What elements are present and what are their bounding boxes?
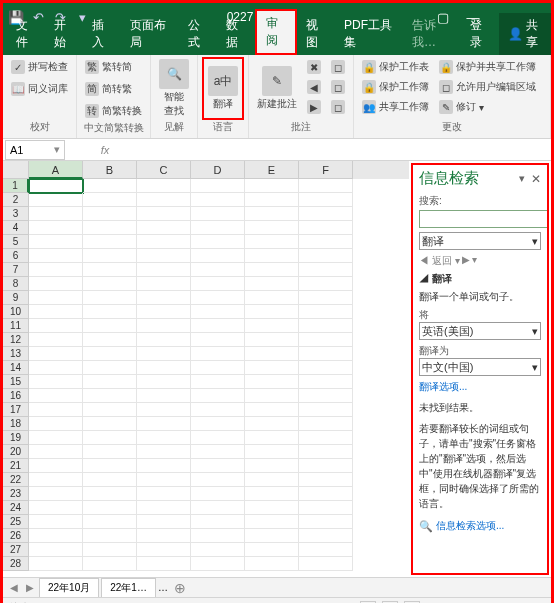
cell[interactable] (29, 291, 83, 305)
tab-login[interactable]: 登录 (461, 13, 499, 55)
cell[interactable] (299, 557, 353, 571)
sheet-nav-next[interactable]: ▶ (23, 582, 37, 593)
row-head[interactable]: 12 (3, 333, 29, 347)
cell[interactable] (245, 445, 299, 459)
cell[interactable] (245, 543, 299, 557)
row-head[interactable]: 14 (3, 361, 29, 375)
tab-tellme[interactable]: 告诉我… (403, 13, 461, 55)
cell[interactable] (191, 235, 245, 249)
protect-sheet-button[interactable]: 🔒保护工作表 (358, 57, 433, 77)
cell[interactable] (299, 473, 353, 487)
row-head[interactable]: 1 (3, 179, 29, 193)
cell[interactable] (191, 179, 245, 193)
cell[interactable] (83, 417, 137, 431)
cell[interactable] (245, 249, 299, 263)
select-all-corner[interactable] (3, 161, 29, 179)
cell[interactable] (191, 487, 245, 501)
cell[interactable] (137, 249, 191, 263)
cell[interactable] (29, 235, 83, 249)
cell[interactable] (137, 235, 191, 249)
fx-icon[interactable]: fx (95, 144, 115, 156)
forward-button[interactable]: ▶ ▾ (462, 254, 478, 268)
cell[interactable] (137, 557, 191, 571)
row-head[interactable]: 20 (3, 445, 29, 459)
cell[interactable] (137, 431, 191, 445)
cell[interactable] (245, 235, 299, 249)
cell[interactable] (137, 417, 191, 431)
cell[interactable] (83, 193, 137, 207)
next-comment-button[interactable]: ▶ (303, 97, 325, 117)
cell[interactable] (137, 473, 191, 487)
cell[interactable] (299, 389, 353, 403)
cell[interactable] (29, 529, 83, 543)
cell[interactable] (137, 291, 191, 305)
row-head[interactable]: 3 (3, 207, 29, 221)
row-head[interactable]: 16 (3, 389, 29, 403)
cell[interactable] (137, 207, 191, 221)
cell[interactable] (245, 473, 299, 487)
cell[interactable] (137, 347, 191, 361)
cell[interactable] (191, 193, 245, 207)
cell[interactable] (137, 529, 191, 543)
tab-insert[interactable]: 插入 (83, 13, 121, 55)
cell[interactable] (83, 529, 137, 543)
cell[interactable] (29, 417, 83, 431)
cell[interactable] (83, 333, 137, 347)
cell[interactable] (83, 277, 137, 291)
row-head[interactable]: 22 (3, 473, 29, 487)
cell[interactable] (245, 361, 299, 375)
cell[interactable] (29, 543, 83, 557)
cell[interactable] (245, 333, 299, 347)
research-options-link[interactable]: 信息检索选项... (436, 519, 504, 533)
cell[interactable] (245, 207, 299, 221)
row-head[interactable]: 28 (3, 557, 29, 571)
cell[interactable] (29, 193, 83, 207)
cell[interactable] (191, 459, 245, 473)
cell[interactable] (29, 501, 83, 515)
row-head[interactable]: 6 (3, 249, 29, 263)
tab-view[interactable]: 视图 (297, 13, 335, 55)
row-head[interactable]: 7 (3, 263, 29, 277)
cell[interactable] (191, 431, 245, 445)
tab-formulas[interactable]: 公式 (179, 13, 217, 55)
cell[interactable] (83, 319, 137, 333)
tab-pdf[interactable]: PDF工具集 (335, 13, 403, 55)
cell[interactable] (29, 277, 83, 291)
cell[interactable] (299, 333, 353, 347)
row-head[interactable]: 9 (3, 291, 29, 305)
cell[interactable] (245, 557, 299, 571)
cell[interactable] (137, 333, 191, 347)
cell[interactable] (299, 361, 353, 375)
cell[interactable] (83, 263, 137, 277)
cell[interactable] (245, 305, 299, 319)
show-ink-button[interactable]: ◻ (327, 97, 349, 117)
category-select[interactable]: 翻译▾ (419, 232, 541, 250)
new-comment-button[interactable]: ✎新建批注 (253, 57, 301, 120)
cell[interactable] (245, 375, 299, 389)
cell[interactable] (299, 403, 353, 417)
simp-to-trad-button[interactable]: 简简转繁 (81, 79, 146, 99)
cell[interactable] (191, 277, 245, 291)
row-head[interactable]: 27 (3, 543, 29, 557)
cell[interactable] (299, 277, 353, 291)
cell[interactable] (299, 193, 353, 207)
show-comment-button[interactable]: ◻ (327, 57, 349, 77)
cell[interactable] (299, 179, 353, 193)
cell[interactable] (299, 291, 353, 305)
cell[interactable] (191, 249, 245, 263)
cell[interactable] (137, 193, 191, 207)
cell[interactable] (83, 487, 137, 501)
allow-edit-button[interactable]: ◻允许用户编辑区域 (435, 77, 540, 97)
row-head[interactable]: 11 (3, 319, 29, 333)
share-workbook-button[interactable]: 👥共享工作簿 (358, 97, 433, 117)
cell[interactable] (245, 277, 299, 291)
col-head[interactable]: B (83, 161, 137, 179)
cell[interactable] (191, 375, 245, 389)
cell[interactable] (191, 333, 245, 347)
cell[interactable] (245, 515, 299, 529)
cell[interactable] (29, 445, 83, 459)
row-head[interactable]: 4 (3, 221, 29, 235)
cell[interactable] (299, 515, 353, 529)
cell[interactable] (191, 515, 245, 529)
protect-workbook-button[interactable]: 🔒保护工作簿 (358, 77, 433, 97)
